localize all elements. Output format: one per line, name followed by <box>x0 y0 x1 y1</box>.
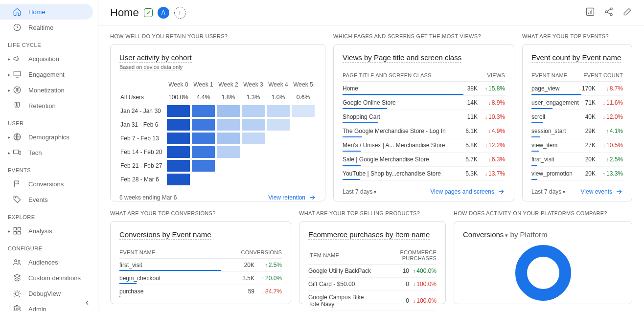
table-row[interactable]: view_item 27K 10.5% <box>531 138 623 153</box>
content-scroll[interactable]: HOW WELL DO YOU RETAIN YOUR USERS? User … <box>98 25 644 311</box>
sidebar-item-retention[interactable]: ▸ Retention <box>0 98 98 113</box>
table-row[interactable]: The Google Merchandise Store - Log In 6.… <box>343 124 505 138</box>
card-subtitle: Based on device data only <box>119 64 183 70</box>
cohort-cell <box>292 133 315 144</box>
table-row[interactable]: Gift Card - $50.00 0 100.0% <box>308 278 437 291</box>
cohort-col-header: Week 4 <box>266 79 290 90</box>
view-pages-link[interactable]: View pages and screens <box>430 188 505 196</box>
row-value: 14K <box>463 96 478 110</box>
view-events-link[interactable]: View events <box>581 188 623 196</box>
row-name: Gift Card - $50.00 <box>308 278 375 291</box>
table-row[interactable]: view_promotion 20K 13.3% <box>531 167 623 181</box>
sidebar-item-audiences[interactable]: ▸ Audiences <box>0 254 98 270</box>
svg-rect-1 <box>14 71 21 76</box>
cohort-row-label: Jan 24 - Jan 30 <box>120 105 165 117</box>
cohort-row-label: Feb 28 - Mar 6 <box>120 173 165 186</box>
table-row[interactable]: user_engagement 71K 11.6% <box>531 96 623 110</box>
card-title[interactable]: User activity by cohort <box>119 53 192 63</box>
sidebar-item-acquisition[interactable]: ▸ Acquisition <box>0 51 98 67</box>
table-row[interactable]: purchase 59 84.7% <box>119 285 282 298</box>
table-row[interactable]: first_visit 20K 2.5% <box>531 153 623 167</box>
sidebar-item-engagement[interactable]: ▸ Engagement <box>0 67 98 82</box>
row-name: Sale | Google Merchandise Store <box>343 153 463 167</box>
table-row[interactable]: Home 38K 15.8% <box>343 82 505 96</box>
sidebar-item-conversions[interactable]: ▸ Conversions <box>0 176 98 192</box>
cohort-col-header: Week 3 <box>241 79 265 90</box>
cohort-cell <box>217 174 240 185</box>
cohort-row-label: Feb 21 - Feb 27 <box>120 159 165 172</box>
section-title: WHICH PAGES AND SCREENS GET THE MOST VIE… <box>333 33 514 39</box>
table-row[interactable]: first_visit 20K 2.5% <box>119 259 282 272</box>
row-name: Google Utility BackPack <box>308 265 375 278</box>
svg-rect-5 <box>19 151 21 155</box>
table-row[interactable]: Men's / Unisex | A... Merchandise Store … <box>343 138 505 153</box>
date-range-selector[interactable]: Last 7 days <box>343 188 376 195</box>
cohort-pct: 100.0% <box>166 91 190 104</box>
cohort-cell <box>292 160 315 172</box>
table-row[interactable]: YouTube | Shop by...erchandise Store 5.3… <box>343 167 505 181</box>
sidebar-collapse-button[interactable] <box>83 299 91 308</box>
row-delta: 13.3% <box>602 170 623 177</box>
table-row[interactable]: page_view 170K 8.7% <box>531 82 623 96</box>
row-value: 5.8K <box>463 138 478 153</box>
sidebar-item-realtime[interactable]: ▸ Realtime <box>0 20 98 35</box>
sidebar-item-demographics[interactable]: ▸ Demographics <box>0 129 98 145</box>
svg-point-6 <box>15 198 16 199</box>
row-delta: 400.0% <box>413 267 437 274</box>
metric-selector[interactable]: Conversions <box>463 230 508 239</box>
cohort-cell <box>242 119 265 131</box>
insights-icon[interactable] <box>585 7 595 18</box>
sidebar-item-label: Tech <box>28 149 42 156</box>
sidebar-item-home[interactable]: ▸ Home <box>0 4 93 20</box>
view-retention-link[interactable]: View retention <box>268 194 316 201</box>
verified-icon[interactable] <box>144 8 153 17</box>
dollar-icon <box>13 86 22 94</box>
table-row[interactable]: session_start 29K 4.1% <box>531 124 623 138</box>
table-row[interactable]: Shopping Cart 11K 10.3% <box>343 110 505 124</box>
sidebar-item-custom-definitions[interactable]: ▸ Custom definitions <box>0 270 98 286</box>
row-name: scroll <box>531 110 581 124</box>
card-title[interactable]: Conversions by Event name <box>119 230 211 240</box>
row-name: Men's / Unisex | A... Merchandise Store <box>343 138 463 153</box>
table-row[interactable]: Google Campus Bike Tote Navy 0 100.0% <box>308 291 437 311</box>
svg-rect-9 <box>14 232 16 234</box>
row-value: 0 <box>375 291 409 311</box>
cohort-row-label: All Users <box>120 91 165 104</box>
sidebar-item-monetization[interactable]: ▸ Monetization <box>0 82 98 98</box>
home-icon <box>13 7 22 16</box>
cohort-cell <box>267 119 290 131</box>
table-row[interactable]: scroll 40K 12.0% <box>531 110 623 124</box>
ecommerce-card: Ecommerce purchases by Item name ITEM NA… <box>299 221 446 304</box>
events-table: EVENT NAMEEVENT COUNT page_view 170K 8.7… <box>531 69 623 181</box>
card-title[interactable]: Ecommerce purchases by Item name <box>308 230 430 240</box>
card-title[interactable]: Event count by Event name <box>531 53 621 63</box>
row-value: 20K <box>581 167 596 181</box>
add-comparison-button[interactable]: + <box>174 7 186 19</box>
date-range-selector[interactable]: Last 7 days <box>531 188 565 195</box>
table-col-header: EVENT NAME <box>531 69 581 82</box>
share-icon[interactable] <box>604 7 614 18</box>
avatar[interactable]: A <box>158 7 169 19</box>
edit-icon[interactable] <box>622 7 632 18</box>
table-row[interactable]: begin_checkout 3.5K 20.0% <box>119 272 282 285</box>
cohort-card: User activity by cohort Based on device … <box>110 44 325 201</box>
cohort-row-label: Jan 31 - Feb 6 <box>120 118 165 131</box>
cohort-cell <box>217 105 240 117</box>
section-title: HOW DOES ACTIVITY ON YOUR PLATFORMS COMP… <box>454 210 632 216</box>
cohort-cell <box>167 174 190 185</box>
events-card: Event count by Event name EVENT NAMEEVEN… <box>522 44 632 201</box>
row-delta: 8.7% <box>606 85 623 92</box>
screen-icon <box>13 70 22 79</box>
row-value: 59 <box>221 285 254 298</box>
card-title[interactable]: Views by Page title and screen class <box>343 53 461 63</box>
row-delta: 4.9% <box>488 128 505 134</box>
cohort-pct: 1.0% <box>266 91 290 104</box>
table-row[interactable]: Google Utility BackPack 10 400.0% <box>308 265 437 278</box>
row-delta: 100.0% <box>413 297 437 304</box>
table-row[interactable]: Google Online Store 14K 8.9% <box>343 96 505 110</box>
conversions-card: Conversions by Event name EVENT NAMECONV… <box>110 221 291 304</box>
sidebar-item-events[interactable]: ▸ Events <box>0 192 98 207</box>
sidebar-item-analysis[interactable]: ▸ Analysis <box>0 223 98 239</box>
sidebar-item-tech[interactable]: ▸ Tech <box>0 145 98 160</box>
table-row[interactable]: Sale | Google Merchandise Store 5.7K 6.3… <box>343 153 505 167</box>
